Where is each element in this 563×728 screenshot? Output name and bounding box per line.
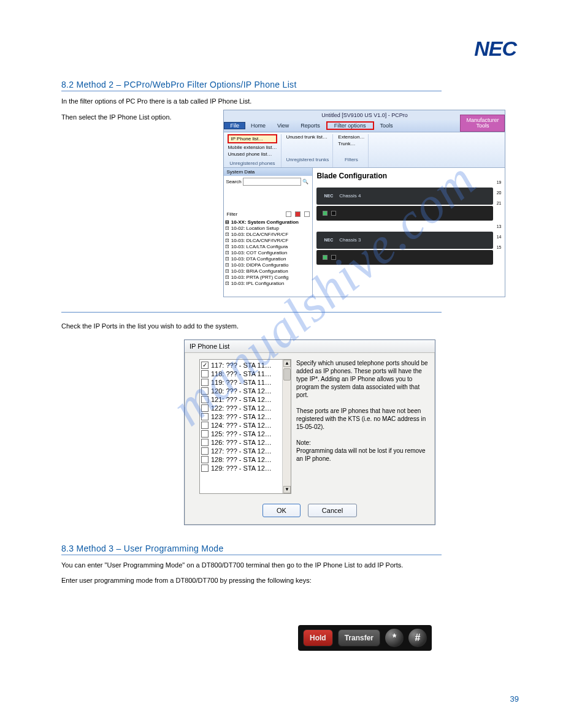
list-item[interactable]: 117: ??? - STA 11… [201,361,281,370]
checkbox[interactable] [201,362,209,369]
checkbox[interactable] [201,413,209,420]
dialog-description: Specify which unused telephone ports sho… [296,359,429,494]
search-icon[interactable]: 🔍 [302,179,308,184]
tree-item[interactable]: ⊡ 10-03: DLCA/CNF/IVR/CF [225,232,312,238]
list-item[interactable]: 129: ??? - STA 12… [201,464,281,472]
scroll-down-button[interactable]: ▼ [283,486,291,493]
system-data-tree[interactable]: ⊟ 10-XX: System Configuration ⊡ 10-02: L… [224,218,312,296]
tab-home[interactable]: Home [245,123,272,129]
list-item[interactable]: 121: ??? - STA 12… [201,395,281,404]
tab-reports[interactable]: Reports [295,123,326,129]
mobile-extension-list-button[interactable]: Mobile extension list… [228,145,277,150]
figure1-caption: Then select the IP Phone List option. [61,110,221,121]
list-item[interactable]: 126: ??? - STA 12… [201,438,281,447]
tree-item[interactable]: ⊡ 10-03: DIDPA Configuratio [225,262,312,268]
port-icon [323,211,327,216]
checkbox[interactable] [201,370,209,377]
chassis-4: NEC Chassis 4 [316,188,492,205]
tree-item[interactable]: ⊡ 10-03: COT Configuration [225,250,312,256]
port-icon [331,255,336,260]
list-item[interactable]: 128: ??? - STA 12… [201,455,281,464]
filter-label: Filter [226,211,237,217]
list-item-label: 117: ??? - STA 11… [211,362,272,369]
tab-manufacturer[interactable]: Manufacturer Tools [460,115,505,132]
list-item[interactable]: 127: ??? - STA 12… [201,447,281,455]
checkbox[interactable] [201,430,209,438]
phone-key-sequence: Hold Transfer * # [298,625,432,651]
cancel-button[interactable]: Cancel [308,504,357,517]
list-item-label: 128: ??? - STA 12… [211,456,272,463]
extension-filter-button[interactable]: Extension… [338,134,364,140]
list-item-label: 126: ??? - STA 12… [211,439,272,446]
ribbon-group-unregistered-trunks: Unregistered trunks [286,157,329,162]
list-item[interactable]: 125: ??? - STA 12… [201,430,281,438]
filter-toggle-2[interactable] [295,211,301,217]
tree-item[interactable]: ⊡ 10-03: DLCA/CNF/IVR/CF [225,238,312,244]
list-item[interactable]: 119: ??? - STA 11… [201,378,281,387]
checkbox[interactable] [201,464,209,472]
slot-num: 15 [497,245,502,249]
list-item[interactable]: 120: ??? - STA 12… [201,387,281,395]
slot-num: 20 [497,191,502,195]
tree-item[interactable]: ⊡ 10-03: BRIA Configuration [225,268,312,275]
page-number: 39 [510,694,519,703]
checkbox[interactable] [201,387,209,395]
list-item-label: 121: ??? - STA 12… [211,396,272,403]
ip-phone-list-dialog: IP Phone List 117: ??? - STA 11…118: ???… [184,339,435,525]
tab-file[interactable]: File [224,122,245,129]
list-item-label: 129: ??? - STA 12… [211,464,272,472]
tab-filter-options[interactable]: Filter options [329,123,372,129]
ribbon-group-unregistered-phones: Unregistered phones [228,161,277,166]
tree-item[interactable]: ⊡ 10-03: DTA Configuration [225,256,312,262]
checkbox[interactable] [201,456,209,463]
tree-item[interactable]: ⊡ 10-03: IPL Configuration [225,281,312,287]
slot-num: 21 [497,201,502,205]
list-item[interactable]: 122: ??? - STA 12… [201,404,281,412]
checkbox[interactable] [201,422,209,429]
list-item-label: 119: ??? - STA 11… [211,379,272,386]
list-item-label: 120: ??? - STA 12… [211,387,272,395]
search-input[interactable] [243,178,301,186]
list-item-label: 123: ??? - STA 12… [211,413,272,420]
tree-item[interactable]: ⊡ 10-03: LCA/LTA Configura [225,244,312,250]
filter-toggle-3[interactable] [304,211,310,217]
hash-key: # [408,629,427,647]
slot-num: 13 [497,224,502,229]
scroll-thumb[interactable] [283,368,291,381]
list-item[interactable]: 118: ??? - STA 11… [201,370,281,378]
tab-tools[interactable]: Tools [374,123,399,129]
tab-view[interactable]: View [272,123,295,129]
section-8-3-intro-b: Enter user programming mode from a DT800… [61,577,520,585]
manufacturer-tools-label: Tools [476,123,489,129]
ok-button[interactable]: OK [262,504,301,517]
scrollbar[interactable]: ▲ ▼ [282,360,291,493]
tree-item[interactable]: ⊡ 10-03: PRTA (PRT) Config [225,275,312,281]
unused-trunk-list-button[interactable]: Unused trunk list… [286,134,329,140]
system-data-panel: System Data Search 🔍 Filter [224,168,313,297]
chassis-4-slots [316,206,492,221]
section-8-2-intro: In the filter options of PC Pro there is… [61,97,520,106]
ip-phone-listbox[interactable]: 117: ??? - STA 11…118: ??? - STA 11…119:… [199,359,291,494]
blade-configuration-title: Blade Configuration [316,172,501,180]
checkbox[interactable] [201,404,209,412]
checkbox[interactable] [201,379,209,386]
system-data-header: System Data [224,168,312,176]
chassis-3-label: Chassis 3 [339,237,361,243]
checkbox[interactable] [201,447,209,455]
checkbox[interactable] [201,439,209,446]
list-item[interactable]: 124: ??? - STA 12… [201,421,281,430]
filter-toggle-1[interactable] [286,211,291,217]
ip-phone-list-button[interactable]: IP Phone list… [228,134,277,143]
checkbox[interactable] [201,396,209,403]
tree-item[interactable]: ⊡ 10-02: Location Setup [225,226,312,232]
ribbon-group-filters: Filters [338,157,364,162]
chassis-4-label: Chassis 4 [339,193,361,199]
trunk-filter-button[interactable]: Trunk… [338,141,364,146]
unused-phone-list-button[interactable]: Unused phone list… [228,151,277,157]
scroll-up-button[interactable]: ▲ [283,360,291,367]
list-item[interactable]: 123: ??? - STA 12… [201,412,281,421]
chassis-3: NEC Chassis 3 [316,232,492,249]
section-8-2-heading: 8.2 Method 2 – PCPro/WebPro Filter Optio… [61,80,442,91]
nec-small-logo: NEC [324,238,333,242]
highlight-filter-options: Filter options [326,121,375,130]
